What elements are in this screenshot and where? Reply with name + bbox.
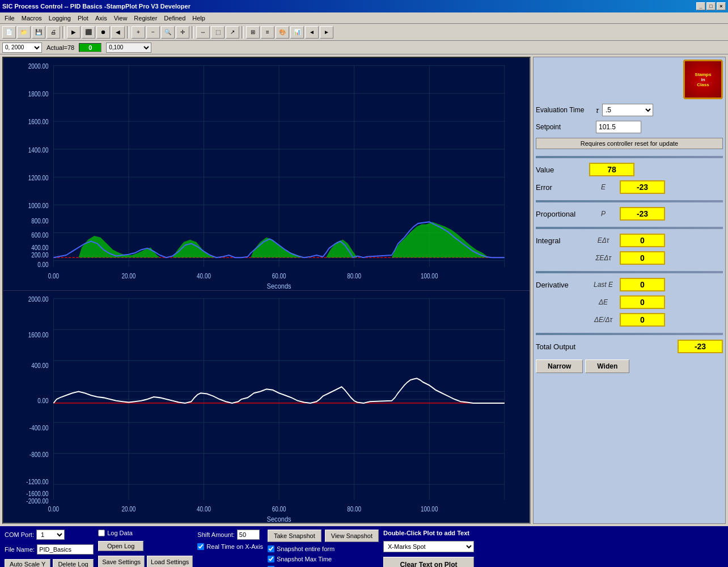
menu-help[interactable]: Help — [189, 14, 209, 23]
toolbar-btn-right[interactable]: ► — [320, 26, 333, 39]
auto-scale-button[interactable]: Auto Scale Y — [5, 559, 50, 567]
error-row: Error E -23 — [536, 180, 723, 194]
file-name-input[interactable] — [37, 544, 94, 555]
toolbar-btn-open[interactable]: 📁 — [17, 26, 31, 39]
snapshot-max-checkbox[interactable] — [268, 556, 274, 562]
menu-macros[interactable]: Macros — [18, 14, 45, 23]
svg-text:1600.00: 1600.00 — [28, 118, 49, 125]
derivative-symbol3: ΔE/Δτ — [589, 316, 617, 324]
toolbar-btn-color[interactable]: 🎨 — [276, 26, 289, 39]
derivative-label: Derivative — [536, 281, 587, 289]
save-settings-button[interactable]: Save Settings — [98, 556, 145, 567]
addr-range-select[interactable]: 0,100 — [106, 43, 151, 53]
svg-text:200.00: 200.00 — [31, 251, 48, 259]
actual-label: Actual=78 — [46, 44, 74, 51]
top-plot-container[interactable]: 2000.00 1800.00 1600.00 1400.00 1200.00 … — [3, 58, 530, 291]
integral-box1: 0 — [620, 234, 665, 247]
svg-text:1200.00: 1200.00 — [28, 174, 49, 181]
setpoint-input[interactable] — [596, 121, 641, 133]
narrow-button[interactable]: Narrow — [536, 359, 583, 373]
proportional-label: Proportional — [536, 210, 587, 218]
shift-amount-label: Shift Amount: — [197, 531, 234, 538]
toolbar-btn-cross[interactable]: ✛ — [176, 26, 189, 39]
open-log-button[interactable]: Open Log — [98, 541, 143, 551]
toolbar: 📄 📁 💾 🖨 ▶ ⬛ ⏺ ◀ + − 🔍 ✛ ↔ ⬚ ↗ ⊞ ≡ 🎨 📊 ◄ … — [0, 24, 728, 41]
delete-log-button[interactable]: Delete Log — [53, 559, 93, 567]
total-output-box: -23 — [678, 340, 723, 353]
tau-symbol: τ — [596, 106, 599, 115]
file-name-label: File Name: — [5, 546, 35, 553]
snapshot-max-label: Snapshot Max Time — [277, 556, 332, 562]
divider3 — [536, 227, 723, 229]
text-style-dropdown[interactable]: X-Marks Spot — [383, 541, 474, 552]
value-label: Value — [536, 166, 587, 174]
toolbar-btn-grid[interactable]: ⊞ — [246, 26, 260, 39]
menu-axis[interactable]: Axis — [92, 14, 111, 23]
view-snapshot-button[interactable]: View Snapshot — [325, 530, 379, 542]
toolbar-btn-zoom[interactable]: 🔍 — [161, 26, 175, 39]
com-port-select[interactable]: 1 — [36, 530, 65, 540]
svg-rect-40 — [3, 291, 530, 523]
menu-file[interactable]: File — [1, 14, 18, 23]
svg-text:0.00: 0.00 — [48, 505, 59, 513]
svg-text:600.00: 600.00 — [31, 231, 48, 239]
log-data-checkbox[interactable] — [98, 530, 105, 536]
widen-button[interactable]: Widen — [585, 359, 629, 373]
close-button[interactable]: × — [717, 2, 726, 10]
toolbar-btn-print[interactable]: 🖨 — [46, 26, 60, 39]
toolbar-btn-run[interactable]: ▶ — [67, 26, 81, 39]
toolbar-btn-back[interactable]: ◀ — [111, 26, 125, 39]
toolbar-sep4 — [242, 26, 244, 39]
real-time-checkbox[interactable] — [197, 543, 204, 550]
reset-msg: Requires controller reset for update — [536, 138, 723, 149]
toolbar-btn-legend[interactable]: ≡ — [261, 26, 274, 39]
com-port-label: COM Port: — [5, 531, 34, 538]
toolbar-btn-minus[interactable]: − — [146, 26, 160, 39]
total-output-label: Total Output — [536, 342, 587, 351]
svg-text:-2000.00: -2000.00 — [26, 497, 48, 505]
proportional-row: Proportional P -23 — [536, 207, 723, 221]
toolbar-btn-chart[interactable]: 📊 — [290, 26, 304, 39]
toolbar-btn-save[interactable]: 💾 — [32, 26, 45, 39]
toolbar-btn-plus[interactable]: + — [132, 26, 145, 39]
toolbar-btn-left[interactable]: ◄ — [305, 26, 319, 39]
bottom-col5: Double-Click Plot to add Text X-Marks Sp… — [383, 530, 474, 567]
snapshot-entire-checkbox[interactable] — [268, 545, 274, 552]
eval-time-dropdown[interactable]: .5 — [602, 104, 653, 116]
snapshot-max-row: Snapshot Max Time — [268, 556, 379, 562]
toolbar-btn-pan[interactable]: ↔ — [196, 26, 210, 39]
plots-area: 2000.00 1800.00 1600.00 1400.00 1200.00 … — [2, 57, 531, 524]
derivative-symbol2: ΔE — [589, 298, 617, 306]
dbl-click-label: Double-Click Plot to add Text — [383, 530, 474, 536]
svg-text:400.00: 400.00 — [31, 244, 48, 251]
derivative-symbol1: Last E — [589, 281, 617, 289]
snapshot-entire-label: Snapshot entire form — [277, 545, 335, 552]
toolbar-btn-cursor[interactable]: ↗ — [226, 26, 239, 39]
toolbar-btn-stop[interactable]: ⬛ — [82, 26, 95, 39]
addr-green-value: 0 — [79, 43, 101, 52]
svg-text:20.00: 20.00 — [122, 505, 136, 513]
take-snapshot-button[interactable]: Take Snapshot — [268, 530, 321, 542]
integral-sum-row: ΣEΔτ 0 — [536, 251, 723, 265]
shift-amount-input[interactable] — [237, 530, 260, 540]
bottom-plot-container[interactable]: 2000.00 1600.00 400.00 0.00 -400.00 -800… — [3, 291, 530, 523]
menu-plot[interactable]: Plot — [74, 14, 92, 23]
svg-text:20.00: 20.00 — [122, 272, 136, 280]
clear-text-button[interactable]: Clear Text on Plot — [383, 557, 474, 567]
toolbar-btn-select[interactable]: ⬚ — [211, 26, 225, 39]
bottom-col1: COM Port: 1 File Name: Auto Scale Y Dele… — [5, 530, 94, 567]
menu-defined[interactable]: Defined — [160, 14, 189, 23]
menu-view[interactable]: View — [111, 14, 131, 23]
load-settings-button[interactable]: Load Settings — [147, 556, 193, 567]
toolbar-btn-record[interactable]: ⏺ — [96, 26, 110, 39]
title-bar: SIC Process Control -- PID Basics -Stamp… — [0, 0, 728, 12]
menu-bar: File Macros Logging Plot Axis View Regis… — [0, 12, 728, 24]
bottom-col3: Shift Amount: Real Time on X-Axis — [197, 530, 263, 556]
addr-select[interactable]: 0, 2000 — [2, 43, 42, 53]
menu-register[interactable]: Register — [130, 14, 160, 23]
minimize-button[interactable]: _ — [696, 2, 705, 10]
toolbar-btn-new[interactable]: 📄 — [2, 26, 16, 39]
maximize-button[interactable]: □ — [706, 2, 716, 10]
derivative-row2: ΔE 0 — [536, 295, 723, 309]
menu-logging[interactable]: Logging — [45, 14, 74, 23]
